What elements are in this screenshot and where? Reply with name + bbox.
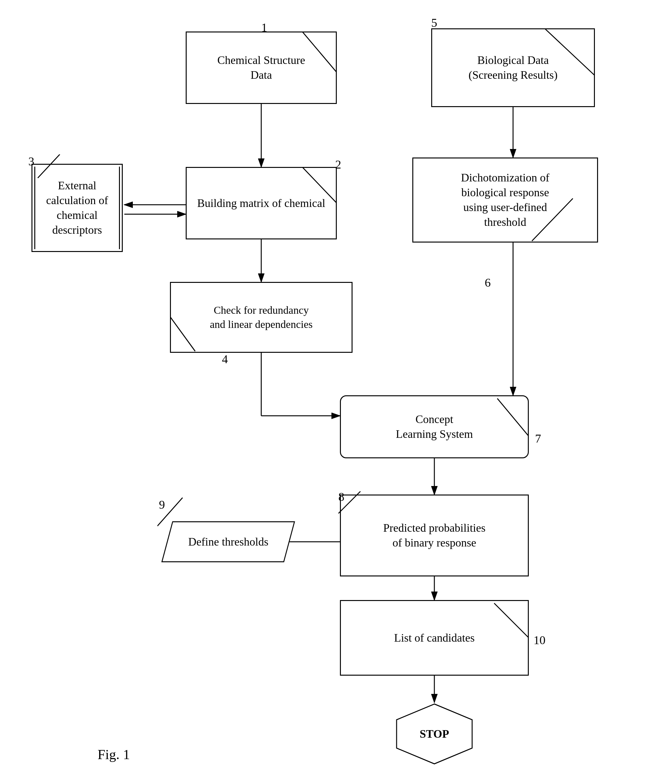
list-candidates-label: List of candidates — [394, 631, 475, 646]
num-4: 4 — [222, 352, 228, 366]
num-5: 5 — [431, 16, 437, 30]
num-1: 1 — [261, 20, 267, 34]
list-candidates-box: List of candidates — [340, 600, 529, 676]
define-thresholds-box: Define thresholds — [161, 521, 295, 562]
diagram: Chemical StructureData 1 Biological Data… — [0, 0, 672, 784]
biological-data-box: Biological Data(Screening Results) — [431, 28, 595, 107]
building-matrix-label: Building matrix of chemical — [197, 196, 326, 211]
stop-label: STOP — [419, 727, 449, 740]
chemical-structure-label: Chemical StructureData — [217, 53, 305, 82]
concept-learning-box: ConceptLearning System — [340, 395, 529, 458]
chemical-structure-box: Chemical StructureData — [186, 31, 337, 104]
predicted-probs-box: Predicted probabilitiesof binary respons… — [340, 495, 529, 576]
num-8: 8 — [338, 490, 345, 504]
building-matrix-box: Building matrix of chemical — [186, 167, 337, 240]
dichotomization-box: Dichotomization ofbiological responseusi… — [412, 157, 598, 243]
stop-hexagon: STOP — [395, 702, 474, 765]
check-redundancy-label: Check for redundancyand linear dependenc… — [210, 303, 313, 331]
num-6: 6 — [485, 275, 491, 289]
concept-learning-label: ConceptLearning System — [396, 412, 473, 442]
num-3: 3 — [28, 154, 34, 168]
predicted-probs-label: Predicted probabilitiesof binary respons… — [383, 521, 486, 550]
fig-caption: Fig. 1 — [98, 747, 130, 762]
external-calc-box: Externalcalculation ofchemicaldescriptor… — [31, 164, 123, 252]
num-10: 10 — [534, 633, 545, 647]
num-7: 7 — [535, 431, 541, 445]
biological-data-label: Biological Data(Screening Results) — [469, 53, 558, 82]
num-2: 2 — [335, 157, 341, 171]
check-redundancy-box: Check for redundancyand linear dependenc… — [170, 282, 352, 353]
dichotomization-label: Dichotomization ofbiological responseusi… — [461, 170, 549, 229]
define-thresholds-label: Define thresholds — [188, 535, 268, 549]
external-calc-label: Externalcalculation ofchemicaldescriptor… — [46, 178, 108, 237]
arrows-svg — [0, 0, 672, 784]
num-9: 9 — [159, 498, 165, 512]
